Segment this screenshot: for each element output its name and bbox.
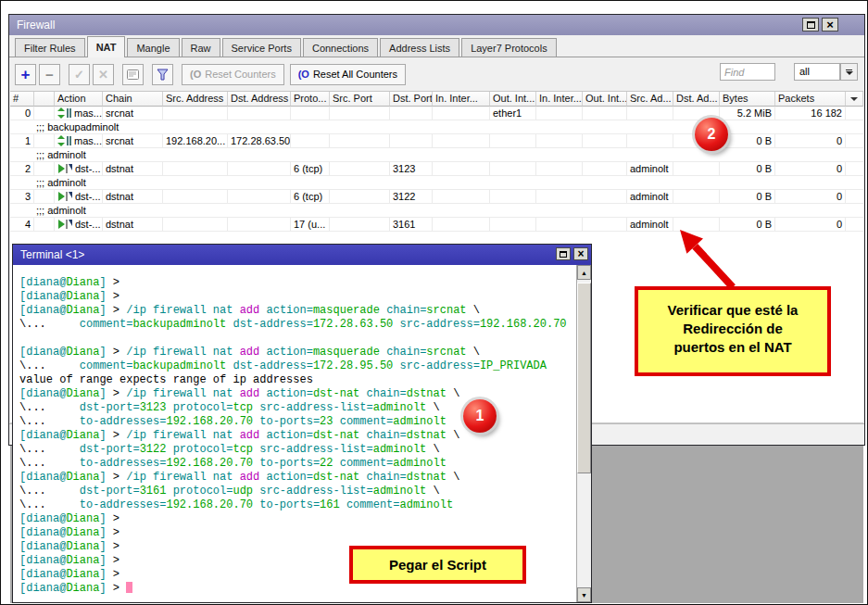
annotation-badge-1: 1 — [463, 399, 497, 433]
scroll-down-button[interactable]: ▼ — [577, 587, 591, 602]
terminal-line: [diana@Diana] > /ip firewall nat add act… — [19, 387, 576, 401]
terminal-titlebar[interactable]: Terminal <1> × — [13, 245, 591, 265]
add-button[interactable]: + — [15, 64, 36, 85]
tab-bar: Filter RulesNATMangleRawService PortsCon… — [15, 37, 559, 57]
table-cell — [228, 190, 291, 203]
scroll-up-button[interactable]: ▲ — [577, 265, 591, 280]
firewall-titlebar[interactable]: Firewall × — [9, 15, 864, 35]
column-header[interactable]: In. Inter... — [536, 92, 583, 107]
column-header[interactable]: Src. Address — [163, 92, 228, 107]
column-header[interactable]: Bytes — [720, 92, 775, 107]
terminal-line: [diana@Diana] > /ip firewall nat add act… — [19, 346, 576, 359]
tab-connections[interactable]: Connections — [303, 38, 378, 57]
table-cell — [536, 218, 583, 231]
terminal-line: \... comment=backupadminolt dst-address=… — [19, 359, 576, 373]
dropdown-arrow-button[interactable] — [840, 63, 858, 81]
table-cell — [846, 218, 863, 231]
table-cell: 0 — [775, 134, 846, 147]
sort-arrow-icon — [850, 97, 858, 101]
column-header[interactable]: Src. Ad... — [627, 92, 673, 107]
column-header[interactable]: Proto... — [291, 92, 330, 107]
comment-button[interactable] — [122, 64, 144, 85]
table-cell — [490, 134, 536, 147]
tab-address-lists[interactable]: Address Lists — [380, 38, 459, 57]
table-row[interactable]: 0mas...srcnatether15.2 MiB16 182 — [10, 107, 863, 120]
column-header[interactable]: Dst. Ad... — [673, 92, 720, 107]
table-cell: mas... — [55, 134, 103, 147]
find-input[interactable] — [720, 63, 775, 81]
table-cell — [433, 134, 490, 147]
column-header[interactable]: Action — [55, 92, 103, 107]
column-header[interactable]: Dst. Port — [390, 92, 433, 107]
maximize-button[interactable] — [802, 18, 819, 32]
tab-layer7-protocols[interactable]: Layer7 Protocols — [461, 38, 557, 57]
table-cell: 0 — [775, 162, 846, 175]
tab-filter-rules[interactable]: Filter Rules — [15, 38, 85, 57]
callout-text-line: Verificar que esté la — [638, 301, 827, 320]
table-cell — [228, 218, 291, 231]
terminal-cursor — [126, 582, 132, 593]
comment-row[interactable]: ;;; adminolt — [10, 176, 863, 190]
column-header[interactable]: Out. Int... — [583, 92, 627, 107]
terminal-line: \... dst-port=3161 protocol=udp src-addr… — [19, 485, 576, 498]
filter-button[interactable] — [152, 64, 173, 85]
dst-nat-icon — [57, 191, 72, 202]
dst-nat-icon — [57, 219, 72, 230]
terminal-scrollbar[interactable]: ▲ ▼ — [576, 265, 591, 602]
column-header[interactable]: Chain — [103, 92, 163, 107]
maximize-icon — [807, 21, 815, 29]
reset-all-counters-button[interactable]: (O Reset All Counters — [290, 64, 406, 85]
tab-mangle[interactable]: Mangle — [127, 38, 179, 57]
tab-service-ports[interactable]: Service Ports — [222, 38, 301, 57]
column-header[interactable] — [34, 92, 55, 107]
table-cell: adminolt — [627, 162, 673, 175]
comment-row[interactable]: ;;; backupadminolt — [10, 120, 863, 134]
terminal-line: [diana@Diana] > — [19, 276, 576, 290]
disable-button[interactable]: ✕ — [93, 64, 114, 85]
table-cell: 0 B — [720, 162, 775, 175]
table-cell: dstnat — [103, 190, 163, 203]
column-header[interactable]: # — [10, 92, 34, 107]
terminal-maximize-button[interactable] — [556, 247, 571, 260]
tab-nat[interactable]: NAT — [87, 36, 126, 57]
callout-paste-script: Pegar el Script — [349, 546, 526, 584]
tab-raw[interactable]: Raw — [182, 38, 220, 57]
scroll-up-icon: ▲ — [581, 270, 587, 276]
table-cell: 0 B — [720, 134, 775, 147]
table-cell: 3123 — [390, 162, 433, 175]
table-cell: 17 (u... — [291, 218, 330, 231]
column-header[interactable]: Packets — [775, 92, 846, 107]
table-cell — [433, 107, 490, 120]
enable-button[interactable]: ✓ — [69, 64, 90, 85]
column-header[interactable]: Dst. Address — [228, 92, 291, 107]
filter-scope-select[interactable]: all — [794, 63, 840, 81]
comment-row[interactable]: ;;; adminolt — [10, 204, 863, 218]
reset-counter-icon: (O — [298, 69, 309, 80]
scrollbar-thumb[interactable] — [577, 283, 591, 473]
window-title: Firewall — [17, 19, 55, 32]
reset-counters-button[interactable]: (O Reset Counters — [182, 64, 284, 85]
table-cell — [536, 134, 583, 147]
table-cell: 5.2 MiB — [720, 107, 775, 120]
table-row[interactable]: 3dst-...dstnat6 (tcp)3122adminolt0 B0 — [10, 190, 863, 204]
column-options-button[interactable] — [846, 92, 863, 107]
table-cell — [330, 107, 390, 120]
table-cell — [536, 107, 583, 120]
table-row[interactable]: 1mas...srcnat192.168.20...172.28.63.500 … — [10, 134, 863, 148]
table-cell: 0 — [10, 107, 34, 120]
table-row[interactable]: 2dst-...dstnat6 (tcp)3123adminolt0 B0 — [10, 162, 863, 176]
table-cell: mas... — [55, 107, 103, 120]
close-button[interactable]: × — [822, 18, 838, 32]
comment-row[interactable]: ;;; adminolt — [10, 148, 863, 162]
remove-button[interactable]: − — [39, 64, 60, 85]
column-header[interactable]: Src. Port — [330, 92, 390, 107]
table-cell: 4 — [10, 218, 34, 231]
column-header[interactable]: In. Inter... — [433, 92, 490, 107]
column-header[interactable]: Out. Int... — [490, 92, 536, 107]
table-cell — [583, 162, 627, 175]
table-cell: 6 (tcp) — [291, 162, 330, 175]
terminal-close-button[interactable]: × — [573, 247, 588, 260]
terminal-line: [diana@Diana] > — [19, 582, 576, 596]
table-cell — [291, 107, 330, 120]
table-cell: 2 — [10, 162, 34, 175]
